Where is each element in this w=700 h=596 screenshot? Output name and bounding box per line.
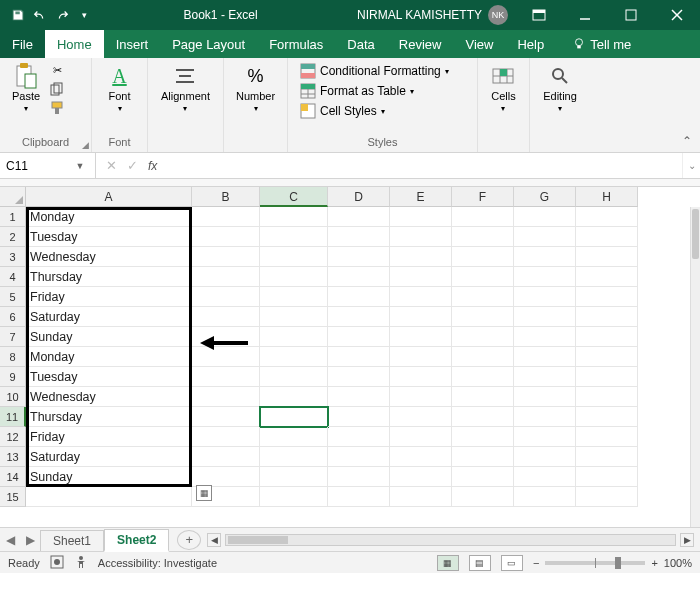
cell[interactable]	[514, 367, 576, 387]
sheet-nav-prev-icon[interactable]: ◀	[0, 533, 20, 547]
tab-formulas[interactable]: Formulas	[257, 30, 335, 58]
cell[interactable]	[452, 467, 514, 487]
accessibility-icon[interactable]	[74, 555, 88, 571]
hscroll-left-icon[interactable]: ◀	[207, 533, 221, 547]
cell[interactable]	[452, 347, 514, 367]
cell[interactable]	[260, 307, 328, 327]
zoom-level[interactable]: 100%	[664, 557, 692, 569]
cell[interactable]	[260, 327, 328, 347]
cell[interactable]	[260, 407, 328, 427]
cell[interactable]	[390, 227, 452, 247]
cell[interactable]	[192, 227, 260, 247]
cell[interactable]: Wednesday	[26, 387, 192, 407]
cell[interactable]: Sunday	[26, 467, 192, 487]
cell[interactable]	[452, 447, 514, 467]
editing-button[interactable]: Editing ▾	[539, 62, 581, 115]
cell[interactable]	[390, 327, 452, 347]
maximize-button[interactable]	[608, 0, 654, 30]
cell[interactable]	[514, 467, 576, 487]
cell[interactable]	[192, 247, 260, 267]
tab-help[interactable]: Help	[505, 30, 556, 58]
cell[interactable]	[576, 447, 638, 467]
qat-customize-icon[interactable]: ▾	[76, 7, 92, 23]
cell[interactable]	[260, 367, 328, 387]
column-header-F[interactable]: F	[452, 187, 514, 207]
zoom-slider[interactable]	[545, 561, 645, 565]
cell[interactable]	[26, 487, 192, 507]
cell[interactable]	[328, 447, 390, 467]
cell[interactable]	[260, 427, 328, 447]
undo-icon[interactable]	[32, 7, 48, 23]
cell[interactable]	[328, 207, 390, 227]
cells-button[interactable]: Cells ▾	[487, 62, 519, 115]
cell[interactable]	[192, 407, 260, 427]
horizontal-scrollbar[interactable]	[225, 534, 676, 546]
cell[interactable]	[328, 227, 390, 247]
cell[interactable]	[192, 327, 260, 347]
tell-me[interactable]: Tell me	[560, 30, 643, 58]
row-header[interactable]: 15	[0, 487, 26, 507]
format-painter-icon[interactable]	[48, 100, 66, 116]
cell[interactable]: Saturday	[26, 307, 192, 327]
cell[interactable]	[452, 287, 514, 307]
cell[interactable]: Monday	[26, 207, 192, 227]
tab-file[interactable]: File	[0, 30, 45, 58]
row-header[interactable]: 7	[0, 327, 26, 347]
cell-styles-button[interactable]: Cell Styles ▾	[296, 102, 453, 120]
column-header-C[interactable]: C	[260, 187, 328, 207]
cell[interactable]	[390, 427, 452, 447]
cell[interactable]	[260, 467, 328, 487]
cell[interactable]	[192, 387, 260, 407]
sheet-tab-1[interactable]: Sheet1	[40, 530, 104, 551]
cell[interactable]	[576, 367, 638, 387]
cell[interactable]	[390, 447, 452, 467]
worksheet-grid[interactable]: ABCDEFGH 1Monday2Tuesday3Wednesday4Thurs…	[0, 187, 700, 527]
tab-data[interactable]: Data	[335, 30, 386, 58]
column-header-H[interactable]: H	[576, 187, 638, 207]
accessibility-status[interactable]: Accessibility: Investigate	[98, 557, 217, 569]
macro-record-icon[interactable]	[50, 555, 64, 571]
cell[interactable]	[452, 327, 514, 347]
cell[interactable]	[514, 307, 576, 327]
cell[interactable]: Sunday	[26, 327, 192, 347]
save-icon[interactable]	[10, 7, 26, 23]
copy-icon[interactable]	[48, 81, 66, 97]
cell[interactable]	[452, 387, 514, 407]
cell[interactable]: Saturday	[26, 447, 192, 467]
vertical-scrollbar[interactable]	[690, 207, 700, 527]
name-box-input[interactable]	[0, 159, 70, 173]
row-header[interactable]: 11	[0, 407, 26, 427]
page-break-view-icon[interactable]: ▭	[501, 555, 523, 571]
ribbon-display-options-icon[interactable]	[516, 0, 562, 30]
collapse-ribbon-icon[interactable]: ⌃	[682, 134, 692, 148]
cell[interactable]: Tuesday	[26, 367, 192, 387]
autofill-options-icon[interactable]: ▦	[196, 485, 212, 501]
cell[interactable]	[260, 247, 328, 267]
cell[interactable]	[260, 387, 328, 407]
cell[interactable]	[192, 267, 260, 287]
cell[interactable]	[192, 307, 260, 327]
cell[interactable]: Thursday	[26, 267, 192, 287]
zoom-control[interactable]: − + 100%	[533, 557, 692, 569]
cell[interactable]	[328, 327, 390, 347]
enter-formula-icon[interactable]: ✓	[127, 158, 138, 173]
cell[interactable]: Wednesday	[26, 247, 192, 267]
row-header[interactable]: 9	[0, 367, 26, 387]
cell[interactable]	[328, 307, 390, 327]
cell[interactable]	[192, 207, 260, 227]
column-header-G[interactable]: G	[514, 187, 576, 207]
cell[interactable]	[576, 487, 638, 507]
cell[interactable]	[452, 407, 514, 427]
cell[interactable]	[260, 487, 328, 507]
cell[interactable]	[452, 247, 514, 267]
hscroll-right-icon[interactable]: ▶	[680, 533, 694, 547]
row-header[interactable]: 14	[0, 467, 26, 487]
cell[interactable]	[576, 227, 638, 247]
cell[interactable]	[390, 347, 452, 367]
row-header[interactable]: 2	[0, 227, 26, 247]
cell[interactable]	[390, 407, 452, 427]
cancel-formula-icon[interactable]: ✕	[106, 158, 117, 173]
cell[interactable]	[514, 447, 576, 467]
cell[interactable]	[390, 207, 452, 227]
cell[interactable]	[452, 427, 514, 447]
